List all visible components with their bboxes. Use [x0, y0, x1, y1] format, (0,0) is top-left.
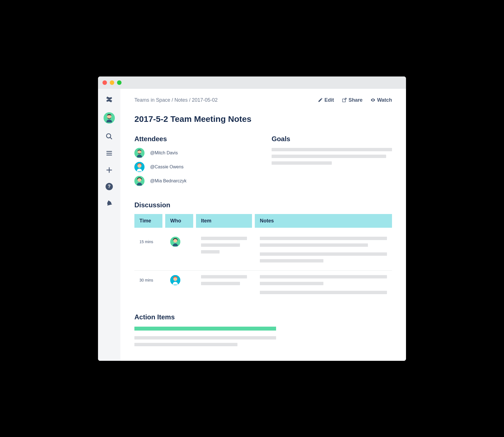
cell-time: 15 mins [134, 237, 162, 266]
svg-line-3 [110, 137, 112, 139]
menu-icon[interactable] [105, 149, 113, 157]
watch-label: Watch [377, 97, 392, 103]
column-header-who: Who [165, 214, 193, 228]
placeholder-line [272, 161, 332, 165]
placeholder-line [260, 243, 368, 247]
help-icon[interactable]: ? [106, 183, 113, 190]
main-content: Teams in Space / Notes / 2017-05-02 Edit [120, 89, 406, 361]
action-items-section: Action Items [134, 313, 392, 346]
row-avatar[interactable] [170, 237, 180, 247]
close-window-button[interactable] [102, 80, 107, 85]
create-icon[interactable] [105, 166, 113, 174]
eye-icon [370, 97, 375, 103]
attendee-item: @Cassie Owens [134, 162, 255, 172]
action-item-highlight [134, 327, 276, 331]
user-avatar[interactable] [104, 112, 115, 124]
breadcrumb-space[interactable]: Teams in Space [134, 97, 170, 103]
placeholder-line [201, 282, 240, 285]
app-body: ? Teams in Space / Notes / 2017-05-02 [98, 89, 406, 361]
placeholder-line [201, 250, 220, 254]
confluence-logo-icon[interactable] [105, 96, 113, 103]
cell-time: 30 mins [134, 275, 162, 297]
cell-who [165, 275, 193, 297]
page-header-row: Teams in Space / Notes / 2017-05-02 Edit [134, 97, 392, 103]
column-header-item: Item [196, 214, 252, 228]
share-icon [342, 97, 347, 103]
placeholder-line [260, 252, 387, 256]
row-avatar[interactable] [170, 275, 180, 285]
cell-item [196, 237, 252, 266]
app-window: ? Teams in Space / Notes / 2017-05-02 [98, 76, 406, 361]
placeholder-line [201, 275, 247, 278]
top-columns: Attendees @Mitch Davis @Cassie Owens [134, 135, 392, 190]
edit-button[interactable]: Edit [318, 97, 334, 103]
sidebar: ? [98, 89, 120, 361]
attendee-avatar[interactable] [134, 162, 144, 172]
attendee-name[interactable]: @Cassie Owens [150, 164, 183, 169]
edit-label: Edit [325, 97, 334, 103]
placeholder-line [260, 291, 387, 294]
discussion-section: Discussion Time Who Item Notes 15 mins [134, 201, 392, 302]
table-row: 30 mins [134, 271, 392, 302]
attendee-item: @Mitch Davis [134, 148, 255, 158]
page-title: 2017-5-2 Team Meeting Notes [134, 114, 392, 124]
cell-notes [255, 237, 392, 266]
breadcrumb-section[interactable]: Notes [174, 97, 188, 103]
maximize-window-button[interactable] [117, 80, 122, 85]
attendees-heading: Attendees [134, 135, 255, 143]
placeholder-line [134, 343, 237, 346]
cell-item [196, 275, 252, 297]
table-row: 15 mins [134, 232, 392, 271]
goals-heading: Goals [272, 135, 392, 143]
placeholder-line [260, 237, 387, 240]
discussion-heading: Discussion [134, 201, 392, 209]
attendee-name[interactable]: @Mia Bednarczyk [150, 178, 186, 183]
share-label: Share [349, 97, 363, 103]
breadcrumb-page[interactable]: 2017-05-02 [192, 97, 218, 103]
placeholder-line [260, 275, 387, 278]
placeholder-line [272, 148, 392, 151]
placeholder-line [134, 336, 276, 340]
cell-notes [255, 275, 392, 297]
attendees-section: Attendees @Mitch Davis @Cassie Owens [134, 135, 255, 190]
attendee-avatar[interactable] [134, 148, 144, 158]
placeholder-line [201, 243, 240, 247]
notification-icon[interactable] [105, 199, 113, 207]
minimize-window-button[interactable] [110, 80, 114, 85]
action-items-heading: Action Items [134, 313, 392, 321]
placeholder-line [260, 259, 323, 262]
placeholder-line [272, 155, 386, 158]
attendee-name[interactable]: @Mitch Davis [150, 150, 178, 155]
pencil-icon [318, 97, 323, 103]
svg-point-2 [106, 134, 111, 138]
placeholder-line [260, 282, 323, 285]
breadcrumb[interactable]: Teams in Space / Notes / 2017-05-02 [134, 97, 218, 103]
search-icon[interactable] [105, 133, 113, 140]
watch-button[interactable]: Watch [370, 97, 392, 103]
page-actions: Edit Share Watch [318, 97, 392, 103]
attendee-item: @Mia Bednarczyk [134, 176, 255, 186]
placeholder-line [201, 237, 247, 240]
table-header: Time Who Item Notes [134, 214, 392, 228]
attendee-avatar[interactable] [134, 176, 144, 186]
column-header-notes: Notes [255, 214, 392, 228]
share-button[interactable]: Share [342, 97, 363, 103]
cell-who [165, 237, 193, 266]
goals-section: Goals [272, 135, 392, 190]
window-title-bar [98, 76, 406, 89]
column-header-time: Time [134, 214, 162, 228]
